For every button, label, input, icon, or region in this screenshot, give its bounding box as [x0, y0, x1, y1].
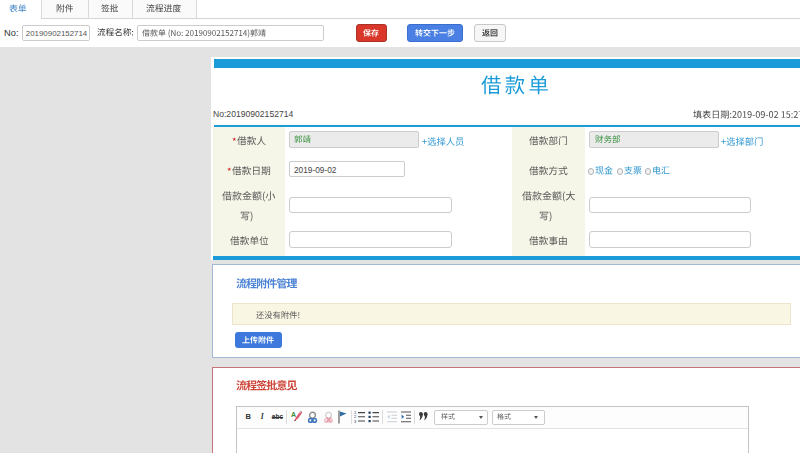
svg-text:A: A	[291, 411, 296, 418]
svg-text:3: 3	[354, 419, 357, 423]
